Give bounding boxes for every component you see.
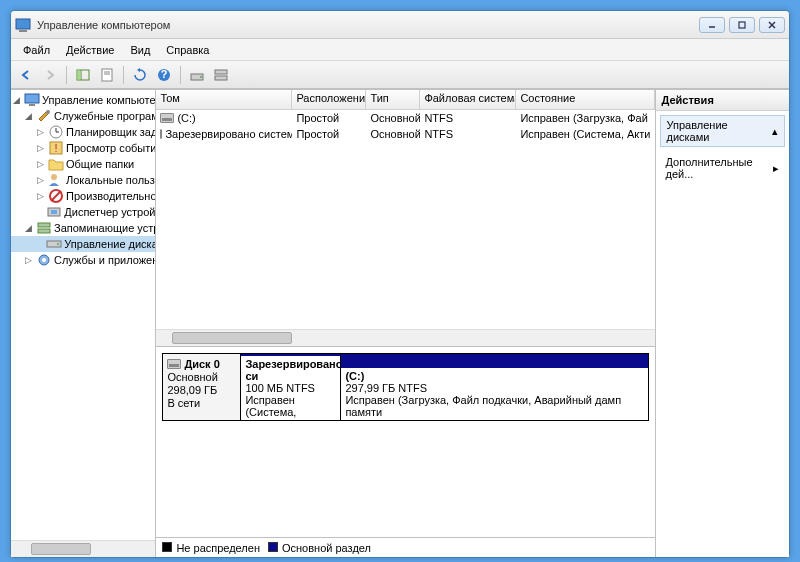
tree-system-tools[interactable]: ◢ Служебные программы xyxy=(11,108,155,124)
volume-name: (C:) xyxy=(177,112,195,124)
tree-scheduler[interactable]: ▷ Планировщик заданий xyxy=(11,124,155,140)
actions-more-label: Дополнительные дей... xyxy=(666,156,774,180)
actions-group-label: Управление дисками xyxy=(667,119,773,143)
volume-row[interactable]: Зарезервировано системой Простой Основно… xyxy=(156,126,654,142)
scroll-thumb[interactable] xyxy=(172,332,292,344)
toolbar: ? xyxy=(11,61,789,89)
services-icon xyxy=(36,252,52,268)
diskmgmt-icon xyxy=(46,236,62,252)
app-icon xyxy=(15,17,31,33)
partition[interactable]: Зарезервировано си 100 МБ NTFS Исправен … xyxy=(241,354,341,420)
svg-rect-32 xyxy=(38,229,50,233)
disk-list-button[interactable] xyxy=(210,64,232,86)
show-hide-tree-button[interactable] xyxy=(72,64,94,86)
tree-eventvwr[interactable]: ▷ ! Просмотр событий xyxy=(11,140,155,156)
partition[interactable]: (C:) 297,99 ГБ NTFS Исправен (Загрузка, … xyxy=(341,354,647,420)
tree-root[interactable]: ◢ Управление компьютером (л xyxy=(11,92,155,108)
col-status[interactable]: Состояние xyxy=(516,90,654,109)
tools-icon xyxy=(36,108,52,124)
col-type[interactable]: Тип xyxy=(366,90,420,109)
volume-rows: (C:) Простой Основной NTFS Исправен (Заг… xyxy=(156,110,654,329)
disk-settings-button[interactable] xyxy=(186,64,208,86)
forward-button[interactable] xyxy=(39,64,61,86)
tree-hscrollbar[interactable] xyxy=(11,540,155,557)
tree-pane: ◢ Управление компьютером (л ◢ Служебные … xyxy=(11,90,156,557)
tree-perf[interactable]: ▷ Производительность xyxy=(11,188,155,204)
volume-fs: NTFS xyxy=(420,128,516,140)
partition-header xyxy=(341,354,647,368)
disk-row[interactable]: Диск 0 Основной 298,09 ГБ В сети Зарезер… xyxy=(162,353,648,421)
svg-rect-1 xyxy=(19,30,27,32)
svg-text:?: ? xyxy=(161,68,168,80)
svg-point-34 xyxy=(57,243,59,245)
partition-name: Зарезервировано си xyxy=(245,358,336,382)
collapse-icon[interactable]: ▷ xyxy=(35,175,46,186)
svg-point-26 xyxy=(51,174,57,180)
tree-storage[interactable]: ◢ Запоминающие устройст xyxy=(11,220,155,236)
svg-rect-9 xyxy=(102,69,112,81)
tree-shared[interactable]: ▷ Общие папки xyxy=(11,156,155,172)
center-pane: Том Расположение Тип Файловая система Со… xyxy=(156,90,654,557)
collapse-icon[interactable]: ▷ xyxy=(23,255,34,266)
computer-icon xyxy=(24,92,40,108)
titlebar[interactable]: Управление компьютером xyxy=(11,11,789,39)
collapse-icon[interactable]: ▷ xyxy=(35,159,46,170)
collapse-icon[interactable]: ▷ xyxy=(35,143,46,154)
tree-devmgr[interactable]: Диспетчер устройств xyxy=(11,204,155,220)
collapse-icon[interactable]: ▷ xyxy=(35,191,46,202)
tree-diskmgmt[interactable]: Управление дисками xyxy=(11,236,155,252)
actions-group[interactable]: Управление дисками ▴ xyxy=(660,115,786,147)
expand-icon[interactable]: ◢ xyxy=(23,223,34,234)
menu-action[interactable]: Действие xyxy=(58,42,122,58)
svg-text:!: ! xyxy=(54,142,57,154)
volume-fs: NTFS xyxy=(420,112,516,124)
menu-file[interactable]: Файл xyxy=(15,42,58,58)
volume-hscrollbar[interactable] xyxy=(156,329,654,346)
drive-icon xyxy=(160,129,162,139)
computer-management-window: Управление компьютером Файл Действие Вид… xyxy=(10,10,790,558)
disk-state: В сети xyxy=(167,397,236,409)
close-button[interactable] xyxy=(759,17,785,33)
col-volume[interactable]: Том xyxy=(156,90,292,109)
window-title: Управление компьютером xyxy=(37,19,699,31)
actions-title: Действия xyxy=(656,90,790,111)
actions-more[interactable]: Дополнительные дей... ▸ xyxy=(660,153,786,183)
tree-services[interactable]: ▷ Службы и приложения xyxy=(11,252,155,268)
col-layout[interactable]: Расположение xyxy=(292,90,366,109)
svg-line-5 xyxy=(769,22,775,28)
scroll-thumb[interactable] xyxy=(31,543,91,555)
collapse-icon[interactable]: ▷ xyxy=(35,127,46,138)
menu-help[interactable]: Справка xyxy=(158,42,217,58)
minimize-button[interactable] xyxy=(699,17,725,33)
chevron-right-icon: ▸ xyxy=(773,162,779,175)
refresh-button[interactable] xyxy=(129,64,151,86)
svg-rect-16 xyxy=(215,70,227,74)
disk-partitions: Зарезервировано си 100 МБ NTFS Исправен … xyxy=(241,354,647,420)
svg-rect-17 xyxy=(215,76,227,80)
toolbar-separator xyxy=(123,66,124,84)
disk-size: 298,09 ГБ xyxy=(167,384,236,396)
legend-unallocated: Не распределен xyxy=(162,542,260,554)
partition-size: 297,99 ГБ NTFS xyxy=(345,382,643,394)
toolbar-separator xyxy=(180,66,181,84)
back-button[interactable] xyxy=(15,64,37,86)
volume-header: Том Расположение Тип Файловая система Со… xyxy=(156,90,654,110)
tree-users[interactable]: ▷ Локальные пользоват xyxy=(11,172,155,188)
volume-type: Основной xyxy=(366,128,420,140)
volume-row[interactable]: (C:) Простой Основной NTFS Исправен (Заг… xyxy=(156,110,654,126)
partition-status: Исправен (Загрузка, Файл подкачки, Авари… xyxy=(345,394,643,418)
expand-icon[interactable]: ◢ xyxy=(23,111,34,122)
content-area: ◢ Управление компьютером (л ◢ Служебные … xyxy=(11,89,789,557)
graphical-view: Диск 0 Основной 298,09 ГБ В сети Зарезер… xyxy=(156,347,654,557)
help-button[interactable]: ? xyxy=(153,64,175,86)
menu-view[interactable]: Вид xyxy=(122,42,158,58)
tree[interactable]: ◢ Управление компьютером (л ◢ Служебные … xyxy=(11,90,155,540)
col-fs[interactable]: Файловая система xyxy=(420,90,516,109)
properties-button[interactable] xyxy=(96,64,118,86)
maximize-button[interactable] xyxy=(729,17,755,33)
disk-type: Основной xyxy=(167,371,236,383)
menubar: Файл Действие Вид Справка xyxy=(11,39,789,61)
volume-layout: Простой xyxy=(292,128,366,140)
expand-icon[interactable]: ◢ xyxy=(11,95,22,106)
storage-icon xyxy=(36,220,52,236)
